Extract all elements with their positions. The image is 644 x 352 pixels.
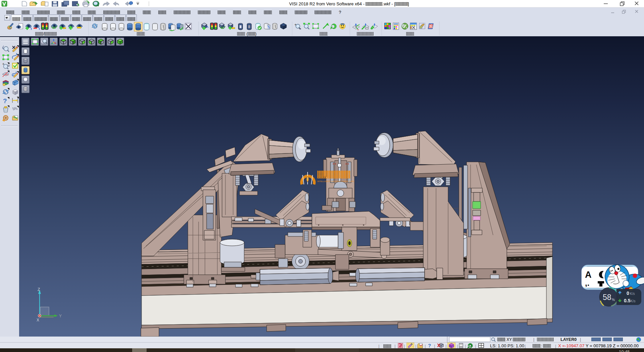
- svg-text:?: ?: [3, 97, 7, 104]
- svg-text:Z: Z: [38, 287, 40, 292]
- svg-text:K/s: K/s: [630, 292, 635, 296]
- svg-text:Y: Y: [59, 314, 62, 318]
- svg-text:INTELLIGENT MANUFACTURING DATA: INTELLIGENT MANUFACTURING DATA: [317, 180, 355, 182]
- svg-text:X: X: [37, 318, 39, 322]
- svg-text:%: %: [612, 298, 615, 302]
- svg-text:0: 0: [627, 291, 629, 296]
- svg-text:,.: ,.: [585, 278, 589, 288]
- svg-text:0.5: 0.5: [624, 298, 631, 303]
- svg-text:58: 58: [603, 293, 611, 302]
- svg-text:K/s: K/s: [631, 299, 635, 303]
